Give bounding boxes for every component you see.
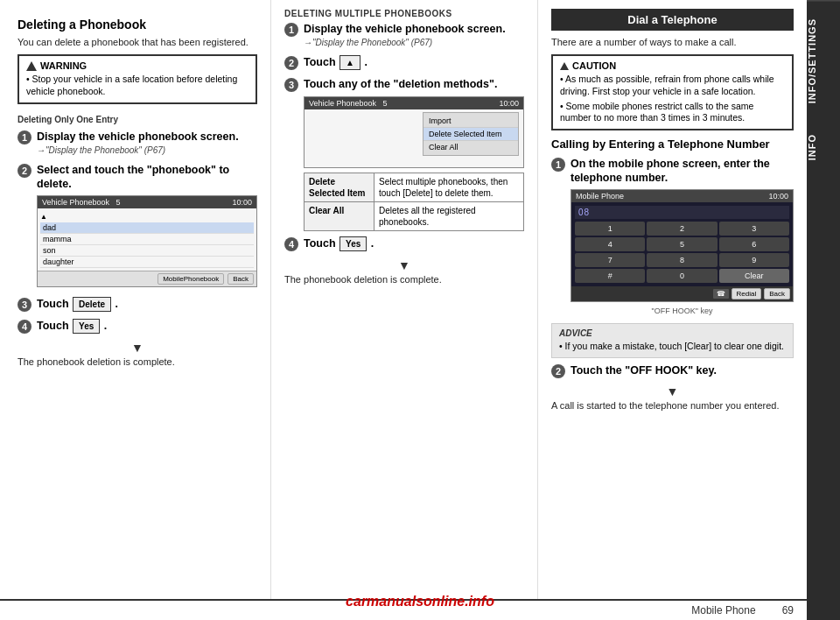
page-subject: Mobile Phone 69 <box>691 604 794 616</box>
step-number-2: 2 <box>18 164 32 178</box>
menu-import[interactable]: Import <box>424 115 518 128</box>
completion-text-2: The phonebook deletion is complete. <box>284 274 524 285</box>
caution-bullet-2: • Some mobile phones restrict calls to t… <box>560 101 785 124</box>
phonebook-body-1: ▲ dad mamma son daughter <box>38 208 256 271</box>
left-column: Deleting a Phonebook You can delete a ph… <box>0 0 271 620</box>
completion-text-3: A call is started to the telephone numbe… <box>551 400 794 411</box>
step-3-title: Touch Delete . <box>37 297 257 312</box>
phonebook-body-2: Import Delete Selected Item Clear All <box>304 109 523 167</box>
delete-button[interactable]: Delete <box>73 297 111 312</box>
phonebook-time-1: 10:00 <box>232 198 252 207</box>
entry-son[interactable]: son <box>40 245 254 257</box>
dial-intro: There are a number of ways to make a cal… <box>551 36 794 49</box>
page-container: Deleting a Phonebook You can delete a ph… <box>0 0 840 620</box>
phonebook-title-1: Vehicle Phonebook 5 <box>42 198 121 207</box>
yes-button-2[interactable]: Yes <box>340 236 367 251</box>
redial-btn[interactable]: Redial <box>732 288 762 299</box>
key-5[interactable]: 5 <box>647 237 717 251</box>
key-7[interactable]: 7 <box>575 253 645 267</box>
entry-mamma[interactable]: mamma <box>40 234 254 245</box>
m-step-4: 4 Touch Yes . <box>284 236 524 253</box>
off-hook-label: "OFF HOOK" key <box>570 306 794 315</box>
r-step-number-1: 1 <box>551 158 565 172</box>
m-step-2: 2 Touch ▲ . <box>284 55 524 72</box>
calling-title: Calling by Entering a Telephone Number <box>551 137 794 152</box>
mobile-input: 08 <box>575 206 789 219</box>
mobile-time: 10:00 <box>768 192 788 201</box>
step-number-1: 1 <box>18 130 32 144</box>
step-1-content: Display the vehicle phonebook screen. →"… <box>37 130 257 158</box>
m-step-1-content: Display the vehicle phonebook screen. →"… <box>304 22 524 50</box>
warning-triangle-icon <box>26 61 37 71</box>
warning-text: • Stop your vehicle in a safe location b… <box>26 74 248 97</box>
key-hash[interactable]: # <box>575 269 645 283</box>
back-btn-1[interactable]: Back <box>228 273 254 285</box>
delete-label: DeleteSelected Item <box>304 173 374 201</box>
step-2: 2 Select and touch the "phonebook" to de… <box>18 163 257 292</box>
r-step-1-title: On the mobile phone screen, enter the te… <box>570 157 794 186</box>
key-3[interactable]: 3 <box>719 222 789 236</box>
m-step-4-title: Touch Yes . <box>304 236 524 251</box>
m-step-2-title: Touch ▲ . <box>304 55 524 70</box>
m-step-3-content: Touch any of the "deletion methods". Veh… <box>304 77 524 230</box>
sidebar-info-settings-label: INFO/SETTINGS <box>807 0 840 121</box>
m-step-4-content: Touch Yes . <box>304 236 524 253</box>
table-row-clear: Clear All Deletes all the registered pho… <box>304 201 524 230</box>
step-2-content: Select and touch the "phonebook" to dele… <box>37 163 257 292</box>
arrow-down-3: ▼ <box>551 384 794 398</box>
step-4-content: Touch Yes . <box>37 319 257 335</box>
step-4: 4 Touch Yes . <box>18 319 257 335</box>
caution-triangle-icon <box>560 62 569 70</box>
advice-title: ADVICE <box>559 328 786 338</box>
dial-header: Dial a Telephone <box>551 9 794 31</box>
key-9[interactable]: 9 <box>719 253 789 267</box>
logo-area: carmanualsonline.info <box>346 594 494 609</box>
warning-title: WARNING <box>26 60 248 71</box>
entry-dad[interactable]: dad <box>40 222 254 234</box>
step-1-title: Display the vehicle phonebook screen. <box>37 130 257 144</box>
warning-box: WARNING • Stop your vehicle in a safe lo… <box>18 54 257 103</box>
step-4-title: Touch Yes . <box>37 319 257 334</box>
sidebar-info-label: INFO <box>807 121 840 178</box>
key-8[interactable]: 8 <box>647 253 717 267</box>
caution-label: CAUTION <box>572 60 616 71</box>
caution-text: • As much as possible, refrain from phon… <box>560 74 785 124</box>
back-btn-2[interactable]: Back <box>764 288 790 299</box>
logo-text: carmanualsonline.info <box>346 594 494 609</box>
m-step-1-title: Display the vehicle phonebook screen. <box>304 22 524 36</box>
entry-daughter[interactable]: daughter <box>40 257 254 268</box>
caution-title: CAUTION <box>560 60 785 71</box>
key-1[interactable]: 1 <box>575 222 645 236</box>
phonebook-time-2: 10:00 <box>499 99 519 108</box>
left-intro: You can delete a phonebook that has been… <box>18 36 257 49</box>
clear-label: Clear All <box>304 201 374 230</box>
r-step-1: 1 On the mobile phone screen, enter the … <box>551 157 794 319</box>
r-step-1-content: On the mobile phone screen, enter the te… <box>570 157 794 319</box>
r-step-2-content: Touch the "OFF HOOK" key. <box>570 363 794 379</box>
r-step-number-2: 2 <box>551 364 565 378</box>
menu-delete-selected[interactable]: Delete Selected Item <box>424 128 518 141</box>
right-column: Dial a Telephone There are a number of w… <box>538 0 807 620</box>
mobile-phone-screen: Mobile Phone 10:00 08 1 2 3 4 5 6 <box>570 189 794 302</box>
mobile-phonebook-btn[interactable]: MobilePhonebook <box>158 273 224 285</box>
clear-desc: Deletes all the registered phonebooks. <box>374 201 524 230</box>
key-2[interactable]: 2 <box>647 222 717 236</box>
menu-clear-all[interactable]: Clear All <box>424 141 518 153</box>
left-main-title: Deleting a Phonebook <box>18 18 257 32</box>
table-row-delete: DeleteSelected Item Select multiple phon… <box>304 173 524 201</box>
arrow-down-2: ▼ <box>284 258 524 272</box>
key-6[interactable]: 6 <box>719 237 789 251</box>
step-2-title: Select and touch the "phonebook" to dele… <box>37 163 257 192</box>
sidebar-right: INFO/SETTINGS INFO <box>807 0 840 620</box>
scroll-up-area: ▲ <box>40 211 254 222</box>
up-arrow-button[interactable]: ▲ <box>340 55 360 70</box>
key-0[interactable]: 0 <box>647 269 717 283</box>
key-clear[interactable]: Clear <box>719 269 789 283</box>
yes-button-1[interactable]: Yes <box>73 319 100 334</box>
main-content: Deleting a Phonebook You can delete a ph… <box>0 0 807 620</box>
advice-text: • If you make a mistake, touch [Clear] t… <box>559 341 786 353</box>
off-hook-key[interactable]: ☎ <box>713 289 729 299</box>
step-1-sub: →"Display the Phonebook" (P67) <box>37 145 257 155</box>
caution-box: CAUTION • As much as possible, refrain f… <box>551 54 794 130</box>
key-4[interactable]: 4 <box>575 237 645 251</box>
